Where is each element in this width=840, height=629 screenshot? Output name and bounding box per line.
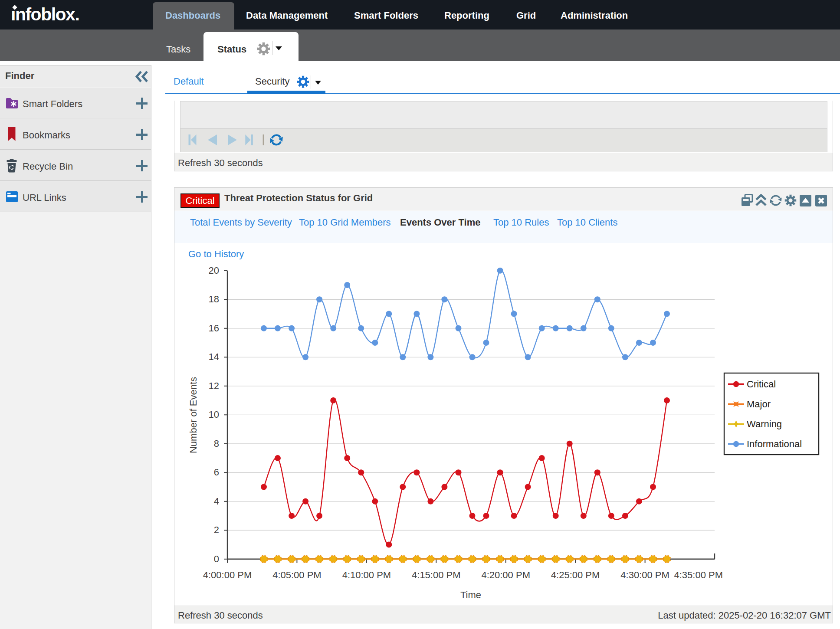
svg-text:Major: Major (747, 399, 771, 410)
svg-text:4: 4 (214, 496, 219, 507)
svg-text:18: 18 (209, 294, 219, 305)
svg-text:Critical: Critical (747, 379, 776, 390)
svg-text:4:35:00 PM: 4:35:00 PM (674, 570, 723, 580)
svg-text:4:25:00 PM: 4:25:00 PM (551, 570, 600, 580)
svg-text:4:05:00 PM: 4:05:00 PM (272, 570, 322, 580)
svg-text:Informational: Informational (747, 439, 802, 449)
svg-text:Warning: Warning (747, 419, 782, 429)
svg-text:Number of Events: Number of Events (188, 377, 199, 453)
svg-text:6: 6 (214, 467, 219, 478)
svg-text:10: 10 (209, 409, 219, 420)
svg-text:4:10:00 PM: 4:10:00 PM (342, 570, 391, 580)
svg-text:8: 8 (214, 438, 219, 449)
svg-text:2: 2 (214, 524, 219, 535)
svg-text:0: 0 (214, 554, 219, 564)
svg-text:16: 16 (209, 323, 219, 334)
svg-text:Time: Time (460, 590, 481, 600)
svg-text:14: 14 (209, 351, 219, 362)
svg-text:4:20:00 PM: 4:20:00 PM (481, 570, 530, 580)
svg-text:12: 12 (209, 380, 219, 391)
svg-text:20: 20 (209, 265, 219, 276)
svg-text:4:15:00 PM: 4:15:00 PM (412, 570, 461, 580)
svg-text:4:30:00 PM: 4:30:00 PM (620, 570, 669, 580)
svg-text:4:00:00 PM: 4:00:00 PM (203, 570, 252, 580)
